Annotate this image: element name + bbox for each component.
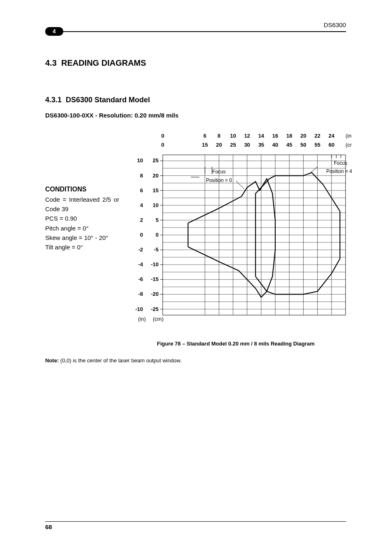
conditions-line: Tilt angle = 0° <box>45 242 119 252</box>
svg-text:16: 16 <box>272 133 278 139</box>
section-1-title: READING DIAGRAMS <box>61 58 146 67</box>
svg-text:20: 20 <box>216 142 222 148</box>
svg-text:24: 24 <box>329 133 335 139</box>
svg-text:20: 20 <box>153 173 159 179</box>
svg-text:-20: -20 <box>151 291 159 297</box>
reading-diagram: CONDITIONS Code = Interleaved 2/5 or Cod… <box>45 130 346 336</box>
svg-text:5: 5 <box>156 217 159 223</box>
svg-text:-4: -4 <box>138 261 143 267</box>
svg-text:55: 55 <box>314 142 320 148</box>
svg-text:25: 25 <box>230 142 236 148</box>
section-2-title: DS6300 Standard Model <box>66 96 150 104</box>
svg-text:(in): (in) <box>138 316 146 322</box>
svg-text:(cm): (cm) <box>153 316 164 322</box>
chart-svg: 0681012141618202224(in)01520253035404550… <box>122 130 352 336</box>
svg-text:15: 15 <box>202 142 208 148</box>
conditions-line: Skew angle = 10° - 20° <box>45 233 119 242</box>
svg-text:-10: -10 <box>151 261 159 267</box>
svg-text:0: 0 <box>156 232 159 238</box>
footer-rule <box>45 521 346 522</box>
note-line: Note: (0,0) is the center of the laser b… <box>45 357 346 364</box>
svg-text:40: 40 <box>272 142 278 148</box>
svg-text:10: 10 <box>137 157 143 164</box>
model-resolution-line: DS6300-100-0XX - Resolution: 0.20 mm/8 m… <box>45 112 346 119</box>
svg-text:25: 25 <box>153 157 159 164</box>
svg-text:14: 14 <box>258 133 264 139</box>
note-text: (0,0) is the center of the laser beam ou… <box>59 357 181 364</box>
svg-text:(in): (in) <box>346 133 352 139</box>
page-number: 68 <box>45 523 346 530</box>
svg-text:4: 4 <box>140 202 143 208</box>
svg-text:Focus: Focus <box>212 169 226 175</box>
svg-text:0: 0 <box>161 133 164 139</box>
svg-line-109 <box>236 181 244 189</box>
svg-text:Position = 0: Position = 0 <box>206 177 232 183</box>
svg-text:-5: -5 <box>154 246 159 253</box>
svg-text:50: 50 <box>300 142 306 148</box>
header-rule <box>55 31 346 32</box>
section-heading-2: 4.3.1 DS6300 Standard Model <box>45 96 346 104</box>
svg-text:0: 0 <box>140 232 143 238</box>
conditions-line: PCS = 0.90 <box>45 214 119 223</box>
section-2-num: 4.3.1 <box>45 96 62 104</box>
svg-text:Focus: Focus <box>334 160 347 166</box>
conditions-heading: CONDITIONS <box>45 184 119 195</box>
section-heading-1: 4.3 READING DIAGRAMS <box>45 58 346 68</box>
svg-text:-10: -10 <box>135 306 143 312</box>
svg-text:6: 6 <box>140 187 143 193</box>
svg-text:0: 0 <box>161 142 164 148</box>
section-1-num: 4.3 <box>45 58 57 67</box>
svg-text:45: 45 <box>286 142 292 148</box>
page-footer: 68 <box>45 521 346 530</box>
svg-text:15: 15 <box>153 187 159 193</box>
svg-text:30: 30 <box>244 142 250 148</box>
svg-text:6: 6 <box>203 133 206 139</box>
product-name: DS6300 <box>324 21 346 28</box>
svg-text:(cm): (cm) <box>346 142 352 148</box>
svg-text:-6: -6 <box>138 276 143 282</box>
svg-text:-2: -2 <box>138 246 143 253</box>
svg-text:22: 22 <box>314 133 320 139</box>
svg-text:35: 35 <box>258 142 264 148</box>
svg-text:2: 2 <box>140 217 143 223</box>
note-label: Note: <box>45 357 59 364</box>
svg-text:12: 12 <box>244 133 250 139</box>
svg-text:-25: -25 <box>151 306 159 312</box>
figure-caption: Figure 78 – Standard Model 0.20 mm / 8 m… <box>157 341 346 347</box>
svg-text:10: 10 <box>153 202 159 208</box>
conditions-line: Code = Interleaved 2/5 or Code 39 <box>45 195 119 214</box>
svg-text:20: 20 <box>300 133 306 139</box>
svg-text:8: 8 <box>217 133 220 139</box>
svg-text:Position = 40: Position = 40 <box>326 168 352 174</box>
conditions-block: CONDITIONS Code = Interleaved 2/5 or Cod… <box>45 184 119 252</box>
svg-text:8: 8 <box>140 173 143 179</box>
svg-text:-15: -15 <box>151 276 159 282</box>
svg-text:18: 18 <box>286 133 292 139</box>
svg-text:10: 10 <box>230 133 236 139</box>
svg-text:-8: -8 <box>138 291 143 297</box>
svg-text:60: 60 <box>329 142 334 148</box>
conditions-line: Pitch angle = 0° <box>45 223 119 233</box>
